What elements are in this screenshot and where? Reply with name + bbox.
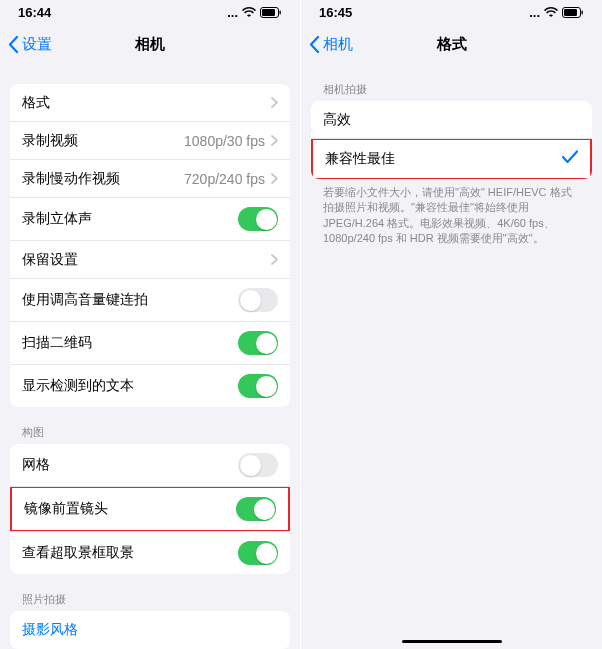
chevron-right-icon — [271, 135, 278, 146]
home-indicator[interactable] — [402, 640, 502, 644]
row-volume-burst: 使用调高音量键连拍 — [10, 279, 290, 322]
row-label: 高效 — [323, 111, 351, 129]
back-label: 设置 — [22, 35, 52, 54]
toggle-detect-text[interactable] — [238, 374, 278, 398]
status-icons: ... — [227, 5, 282, 20]
nav-title: 格式 — [437, 35, 467, 54]
row-photo-styles[interactable]: 摄影风格 — [10, 611, 290, 649]
toggle-scan-qr[interactable] — [238, 331, 278, 355]
status-bar: 16:44 ... — [0, 0, 300, 24]
section-header-photo-capture: 照片拍摄 — [10, 574, 290, 611]
footer-formats: 若要缩小文件大小，请使用"高效" HEIF/HEVC 格式拍摄照片和视频。"兼容… — [311, 179, 592, 251]
svg-rect-4 — [564, 9, 577, 16]
row-stereo: 录制立体声 — [10, 198, 290, 241]
row-scan-qr: 扫描二维码 — [10, 322, 290, 365]
section-header-camera-capture: 相机拍摄 — [311, 64, 592, 101]
row-label: 查看超取景框取景 — [22, 544, 134, 562]
toggle-grid[interactable] — [238, 453, 278, 477]
svg-rect-5 — [582, 10, 583, 14]
row-label: 录制视频 — [22, 132, 78, 150]
row-label: 显示检测到的文本 — [22, 377, 134, 395]
row-record-slomo[interactable]: 录制慢动作视频 720p/240 fps — [10, 160, 290, 198]
toggle-view-outside-frame[interactable] — [238, 541, 278, 565]
row-view-outside-frame: 查看超取景框取景 — [10, 531, 290, 574]
row-label: 录制慢动作视频 — [22, 170, 120, 188]
row-label: 保留设置 — [22, 251, 78, 269]
chevron-right-icon — [271, 173, 278, 184]
nav-bar: 相机 格式 — [301, 24, 602, 64]
phone-formats: 16:45 ... 相机 格式 相机拍摄 高效 兼容性最佳 若要缩小文件大 — [301, 0, 602, 649]
highlight-mirror-front: 镜像前置镜头 — [10, 486, 290, 532]
row-grid: 网格 — [10, 444, 290, 487]
group-photo-capture: 摄影风格 — [10, 611, 290, 649]
row-record-video[interactable]: 录制视频 1080p/30 fps — [10, 122, 290, 160]
phone-camera-settings: 16:44 ... 设置 相机 格式 录制视频 1080p/30 fps 录制慢… — [0, 0, 301, 649]
status-icons: ... — [529, 5, 584, 20]
toggle-mirror-front[interactable] — [236, 497, 276, 521]
row-detect-text: 显示检测到的文本 — [10, 365, 290, 407]
row-most-compatible[interactable]: 兼容性最佳 — [313, 140, 590, 178]
toggle-volume-burst[interactable] — [238, 288, 278, 312]
section-header-composition: 构图 — [10, 407, 290, 444]
nav-bar: 设置 相机 — [0, 24, 300, 64]
highlight-most-compatible: 兼容性最佳 — [311, 138, 592, 179]
row-detail: 1080p/30 fps — [184, 133, 278, 149]
group-composition: 网格 镜像前置镜头 查看超取景框取景 — [10, 444, 290, 574]
row-label: 使用调高音量键连拍 — [22, 291, 148, 309]
toggle-stereo[interactable] — [238, 207, 278, 231]
row-detail: 720p/240 fps — [184, 171, 278, 187]
svg-rect-1 — [262, 9, 275, 16]
row-preserve-settings[interactable]: 保留设置 — [10, 241, 290, 279]
row-mirror-front: 镜像前置镜头 — [12, 488, 288, 530]
chevron-left-icon — [309, 36, 320, 53]
battery-icon — [260, 7, 282, 18]
row-label: 镜像前置镜头 — [24, 500, 108, 518]
row-high-efficiency[interactable]: 高效 — [311, 101, 592, 139]
wifi-icon — [242, 7, 256, 17]
row-label: 录制立体声 — [22, 210, 92, 228]
battery-icon — [562, 7, 584, 18]
chevron-right-icon — [271, 254, 278, 265]
row-label: 兼容性最佳 — [325, 150, 395, 168]
status-time: 16:45 — [319, 5, 352, 20]
group-formats: 高效 兼容性最佳 — [311, 101, 592, 179]
content: 格式 录制视频 1080p/30 fps 录制慢动作视频 720p/240 fp… — [0, 84, 300, 649]
back-button[interactable]: 相机 — [301, 35, 353, 54]
row-label: 扫描二维码 — [22, 334, 92, 352]
status-bar: 16:45 ... — [301, 0, 602, 24]
row-label: 摄影风格 — [22, 621, 78, 639]
row-label: 格式 — [22, 94, 50, 112]
cellular-icon: ... — [529, 5, 540, 20]
chevron-left-icon — [8, 36, 19, 53]
back-button[interactable]: 设置 — [0, 35, 52, 54]
checkmark-icon — [562, 150, 578, 168]
svg-rect-2 — [280, 10, 281, 14]
wifi-icon — [544, 7, 558, 17]
group-main: 格式 录制视频 1080p/30 fps 录制慢动作视频 720p/240 fp… — [10, 84, 290, 407]
back-label: 相机 — [323, 35, 353, 54]
row-formats[interactable]: 格式 — [10, 84, 290, 122]
content: 相机拍摄 高效 兼容性最佳 若要缩小文件大小，请使用"高效" HEIF/HEVC… — [301, 64, 602, 251]
row-label: 网格 — [22, 456, 50, 474]
status-time: 16:44 — [18, 5, 51, 20]
cellular-icon: ... — [227, 5, 238, 20]
nav-title: 相机 — [135, 35, 165, 54]
chevron-right-icon — [271, 97, 278, 108]
